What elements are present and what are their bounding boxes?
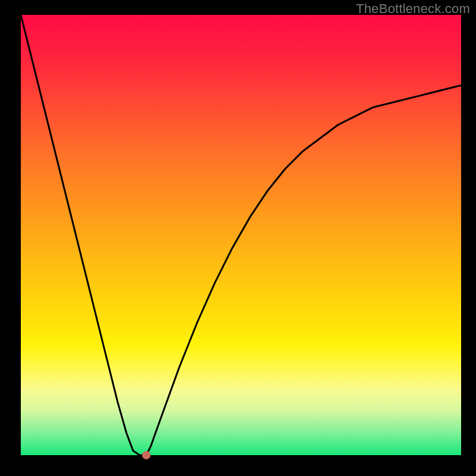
chart-container: TheBottleneck.com	[0, 0, 476, 476]
minimum-marker-dot	[142, 451, 151, 459]
watermark-text: TheBottleneck.com	[356, 1, 470, 17]
bottleneck-curve	[21, 15, 461, 455]
plot-area	[21, 15, 461, 455]
curve-overlay	[21, 15, 461, 455]
